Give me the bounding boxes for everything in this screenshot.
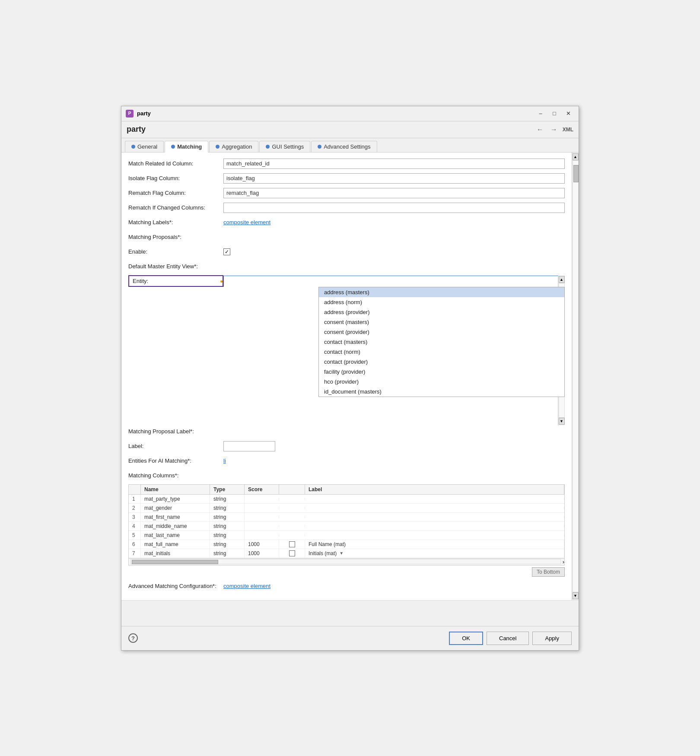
td-name-4: mat_middle_name bbox=[141, 522, 210, 530]
td-flag-5 bbox=[279, 534, 305, 537]
to-bottom-button[interactable]: To Bottom bbox=[532, 567, 565, 577]
bottom-bar: ? OK Cancel Apply bbox=[121, 626, 579, 650]
dropdown-item-3[interactable]: consent (masters) bbox=[319, 317, 564, 327]
apply-button[interactable]: Apply bbox=[532, 632, 572, 645]
dropdown-item-10[interactable]: id_document (masters) bbox=[319, 387, 564, 397]
dropdown-item-0[interactable]: address (masters) bbox=[319, 287, 564, 297]
advanced-matching-label: Advanced Matching Configuration*: bbox=[128, 583, 223, 589]
table-row: 3 mat_first_name string bbox=[129, 513, 564, 522]
td-type-4: string bbox=[210, 522, 245, 530]
header-navigation: ← → XML bbox=[535, 125, 573, 134]
dropdown-item-2[interactable]: address (provider) bbox=[319, 307, 564, 317]
nav-back-button[interactable]: ← bbox=[535, 125, 545, 134]
enable-checkbox-container: ✓ bbox=[223, 248, 230, 255]
flag-checkbox-6[interactable] bbox=[289, 541, 295, 547]
matching-labels-label: Matching Labels*: bbox=[128, 219, 223, 226]
main-scrollbar[interactable]: ▲ ▼ bbox=[572, 152, 579, 600]
td-flag-6[interactable] bbox=[279, 540, 305, 549]
td-score-3 bbox=[245, 516, 279, 518]
td-label-2 bbox=[305, 507, 564, 509]
advanced-matching-row: Advanced Matching Configuration*: compos… bbox=[128, 580, 565, 592]
match-related-id-input[interactable] bbox=[223, 159, 565, 169]
minimize-button[interactable]: – bbox=[535, 109, 547, 118]
matching-proposals-label: Matching Proposals*: bbox=[128, 234, 223, 240]
td-flag-4 bbox=[279, 525, 305, 527]
label-input[interactable] bbox=[223, 441, 275, 451]
th-num bbox=[129, 485, 141, 494]
td-score-1 bbox=[245, 498, 279, 500]
dropdown-item-7[interactable]: contact (provider) bbox=[319, 357, 564, 367]
td-name-7: mat_initials bbox=[141, 549, 210, 558]
close-button[interactable]: ✕ bbox=[562, 109, 574, 118]
td-score-7: 1000 bbox=[245, 549, 279, 558]
horiz-thumb[interactable] bbox=[132, 560, 218, 564]
tab-matching[interactable]: Matching bbox=[165, 141, 208, 152]
tab-bar: General Matching Aggregation GUI Setting… bbox=[121, 138, 579, 152]
td-num-3: 3 bbox=[129, 513, 141, 521]
tab-dot-general bbox=[131, 145, 135, 149]
main-scroll-up[interactable]: ▲ bbox=[573, 153, 579, 160]
scroll-down-btn[interactable]: ▼ bbox=[559, 418, 565, 425]
td-flag-3 bbox=[279, 516, 305, 518]
isolate-flag-input[interactable] bbox=[223, 173, 565, 184]
matching-proposal-label-row: Matching Proposal Label*: bbox=[128, 426, 565, 438]
help-button[interactable]: ? bbox=[128, 633, 138, 643]
td-type-7: string bbox=[210, 549, 245, 558]
tab-gui-settings[interactable]: GUI Settings bbox=[259, 141, 310, 152]
th-type: Type bbox=[210, 485, 245, 494]
cancel-button[interactable]: Cancel bbox=[487, 632, 529, 645]
td-label-1 bbox=[305, 498, 564, 500]
empty-area bbox=[121, 600, 579, 626]
td-type-1: string bbox=[210, 495, 245, 503]
matching-proposals-row: Matching Proposals*: bbox=[128, 231, 565, 243]
maximize-button[interactable]: □ bbox=[548, 109, 560, 118]
matching-columns-row: Matching Columns*: bbox=[128, 470, 565, 482]
window-title: party bbox=[137, 110, 531, 117]
horizontal-scrollbar[interactable] bbox=[130, 559, 561, 564]
tab-aggregation[interactable]: Aggregation bbox=[209, 141, 258, 152]
td-score-6: 1000 bbox=[245, 540, 279, 549]
tab-advanced-settings[interactable]: Advanced Settings bbox=[311, 141, 377, 152]
rematch-if-changed-input[interactable] bbox=[223, 203, 565, 213]
entity-dropdown[interactable]: address (masters) address (norm) address… bbox=[318, 287, 565, 397]
rematch-flag-label: Rematch Flag Column: bbox=[128, 190, 223, 196]
dropdown-item-8[interactable]: facility (provider) bbox=[319, 367, 564, 377]
entity-input[interactable] bbox=[223, 276, 565, 287]
td-name-2: mat_gender bbox=[141, 504, 210, 512]
dropdown-item-6[interactable]: contact (norm) bbox=[319, 347, 564, 357]
ok-button[interactable]: OK bbox=[449, 632, 483, 645]
page-title: party bbox=[127, 125, 146, 134]
main-scroll-down[interactable]: ▼ bbox=[573, 592, 579, 599]
td-flag-2 bbox=[279, 507, 305, 509]
td-name-3: mat_first_name bbox=[141, 513, 210, 521]
dropdown-item-5[interactable]: contact (masters) bbox=[319, 337, 564, 347]
matching-labels-link[interactable]: composite element bbox=[223, 219, 270, 226]
scroll-up-btn[interactable]: ▲ bbox=[559, 276, 565, 283]
tab-dot-gui-settings bbox=[266, 145, 270, 149]
label-dropdown-arrow[interactable]: ▼ bbox=[339, 551, 344, 556]
td-flag-7[interactable] bbox=[279, 549, 305, 558]
table-row: 2 mat_gender string bbox=[129, 504, 564, 513]
advanced-matching-link[interactable]: composite element bbox=[223, 583, 270, 589]
flag-checkbox-7[interactable] bbox=[289, 550, 295, 556]
main-window: P party – □ ✕ party ← → XML General Matc… bbox=[121, 106, 579, 651]
td-flag-1 bbox=[279, 498, 305, 500]
dropdown-item-9[interactable]: hco (provider) bbox=[319, 377, 564, 387]
main-scroll-thumb[interactable] bbox=[573, 165, 579, 182]
main-content: Match Related Id Column: Isolate Flag Co… bbox=[121, 152, 572, 600]
nav-forward-button[interactable]: → bbox=[549, 125, 559, 134]
dropdown-item-4[interactable]: consent (provider) bbox=[319, 327, 564, 337]
td-label-7: Initials (mat) ▼ bbox=[305, 549, 564, 558]
table-header: Name Type Score Label bbox=[129, 485, 564, 495]
rematch-flag-input[interactable] bbox=[223, 188, 565, 198]
td-num-4: 4 bbox=[129, 522, 141, 530]
entities-ai-row: Entities For AI Matching*: li bbox=[128, 455, 565, 467]
match-related-id-label: Match Related Id Column: bbox=[128, 160, 223, 167]
dropdown-item-1[interactable]: address (norm) bbox=[319, 297, 564, 307]
tab-general[interactable]: General bbox=[125, 141, 164, 152]
match-related-id-row: Match Related Id Column: bbox=[128, 158, 565, 170]
entities-ai-link[interactable]: li bbox=[223, 457, 226, 464]
enable-checkbox[interactable]: ✓ bbox=[223, 248, 230, 255]
default-master-entity-row: Default Master Entity View*: bbox=[128, 260, 565, 273]
isolate-flag-row: Isolate Flag Column: bbox=[128, 172, 565, 184]
